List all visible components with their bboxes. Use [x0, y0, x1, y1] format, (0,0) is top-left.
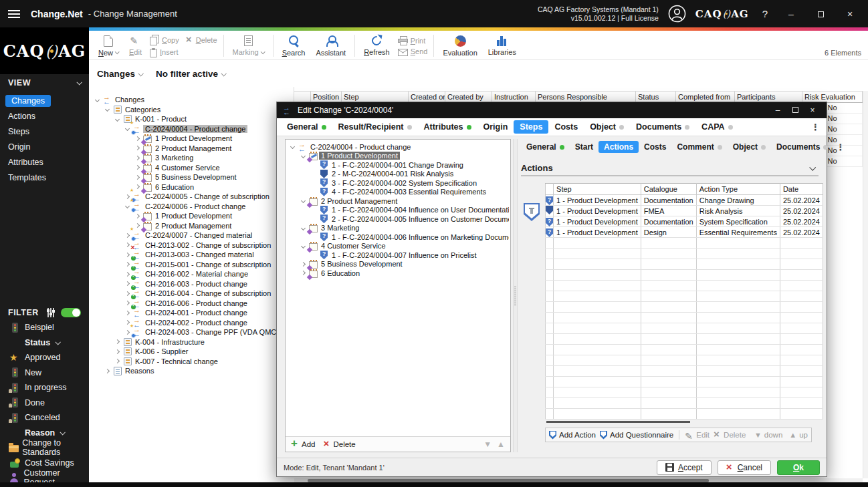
filter-selector[interactable]: No filter active — [156, 69, 225, 79]
expander-icon[interactable] — [299, 199, 308, 202]
tree-item[interactable]: Reasons — [89, 366, 294, 376]
filter-item-new[interactable]: New — [0, 365, 89, 381]
tree-item[interactable]: CH-2016-002 - Material change — [89, 269, 294, 279]
maximize-button[interactable] — [810, 9, 831, 19]
vertical-scrollbar[interactable] — [863, 91, 868, 478]
tree-item[interactable]: CH-2024-001 - Product change — [89, 308, 294, 318]
action-row[interactable]: 1 - Product DevelopmentFMEARisk Analysis… — [546, 206, 823, 216]
expander-icon[interactable] — [113, 118, 122, 121]
tree-item[interactable]: 2 Product Management — [89, 144, 294, 154]
tab-result-recipient[interactable]: Result/Recipient — [332, 120, 418, 134]
tab-costs[interactable]: Costs — [548, 120, 584, 134]
refresh-button[interactable]: Refresh — [358, 32, 395, 59]
expander-icon[interactable] — [299, 263, 308, 266]
expander-icon[interactable] — [93, 98, 102, 102]
help-button[interactable]: ? — [758, 8, 772, 19]
ok-button[interactable]: Ok — [777, 460, 820, 475]
expander-icon[interactable] — [133, 156, 142, 160]
edit-button[interactable]: Edit — [124, 32, 147, 59]
send-button[interactable]: Send — [398, 47, 428, 56]
table-horizontal-scrollbar[interactable] — [545, 420, 812, 424]
tree-item[interactable]: C-2024/0004 - Product change — [89, 124, 294, 134]
expander-icon[interactable] — [123, 301, 132, 305]
close-button[interactable]: × — [840, 9, 860, 19]
tree-item[interactable]: Changes — [89, 95, 294, 105]
tab-general[interactable]: General — [521, 141, 570, 153]
delete-button[interactable]: Delete — [186, 35, 217, 45]
tab-costs[interactable]: Costs — [639, 141, 671, 153]
new-button[interactable]: New — [93, 32, 124, 59]
sidebar-item-origin[interactable]: Origin — [0, 139, 89, 154]
column-header[interactable]: Status — [636, 92, 676, 102]
filter-item-done[interactable]: Done — [0, 395, 89, 411]
expander-icon[interactable] — [123, 311, 132, 315]
tree-item[interactable]: K-001 - Product — [89, 114, 294, 124]
assistant-button[interactable]: Assistant — [311, 32, 352, 59]
expander-icon[interactable] — [299, 154, 308, 158]
tree-item[interactable]: 1 - F-C-2024/0004-006 Influence on Marke… — [287, 232, 509, 242]
move-down-button[interactable]: ▼ down — [754, 431, 782, 439]
tree-item[interactable]: 6 Education — [89, 182, 294, 192]
tree-item[interactable]: CH-2013-003 - Changed material — [89, 250, 294, 260]
tree-item[interactable]: CH-2013-002 - Change of subscription — [89, 240, 294, 251]
expander-icon[interactable] — [133, 185, 142, 188]
delete-step-button[interactable]: Delete — [323, 440, 355, 448]
add-step-button[interactable]: Add — [291, 440, 315, 448]
expander-icon[interactable] — [133, 214, 142, 218]
tree-item[interactable]: 1 - F-C-2024/0004-004 Influence on User … — [287, 206, 509, 215]
filter-item-approved[interactable]: Approved — [0, 350, 89, 365]
copy-button[interactable]: Copy — [150, 35, 179, 45]
tab-documents[interactable]: Documents — [630, 120, 695, 134]
tree-item[interactable]: CH-2024-003 - Change PPF (VDA QMC) — [89, 327, 294, 337]
tree-item[interactable]: 6 Education — [287, 269, 509, 278]
expander-icon[interactable] — [113, 350, 122, 353]
tab-comment[interactable]: Comment — [671, 141, 727, 153]
column-header[interactable]: Catalogue — [641, 184, 696, 195]
collapse-chevron-icon[interactable] — [809, 164, 816, 170]
expander-icon[interactable] — [133, 137, 142, 140]
filter-section-header[interactable]: FILTER — [0, 304, 89, 320]
column-header[interactable]: Created on — [409, 92, 445, 102]
expander-icon[interactable] — [299, 226, 308, 230]
tree-item[interactable]: 4 Customer Service — [287, 242, 509, 251]
column-header[interactable]: Action Type — [696, 184, 780, 195]
sidebar-item-templates[interactable]: Templates — [0, 170, 89, 185]
tree-item[interactable]: 3 Marketing — [287, 224, 509, 233]
expander-icon[interactable] — [299, 271, 308, 275]
expander-icon[interactable] — [123, 292, 132, 295]
menu-icon[interactable] — [8, 9, 20, 19]
tree-item[interactable]: 3 Marketing — [89, 153, 294, 163]
filter-item-in-progress[interactable]: In progress — [0, 380, 89, 395]
expander-icon[interactable] — [123, 331, 132, 334]
user-avatar-icon[interactable] — [668, 5, 686, 23]
move-up-icon[interactable]: ▲ — [497, 440, 505, 449]
expander-icon[interactable] — [123, 282, 132, 285]
column-header[interactable] — [294, 92, 311, 102]
tree-item[interactable]: 1 - F-C-2024/0004-007 Influence on Price… — [287, 251, 509, 260]
expander-icon[interactable] — [123, 127, 132, 130]
tree-item[interactable]: 3 - F-C-2024/0004-002 System Specificati… — [287, 178, 509, 188]
edit-action-button[interactable]: Edit — [685, 431, 710, 440]
move-down-icon[interactable]: ▼ — [483, 440, 492, 449]
tree-item[interactable]: K-004 - Infrastructure — [89, 337, 294, 347]
tree-item[interactable]: 2 Product Management — [287, 196, 509, 206]
column-header[interactable]: Step — [342, 92, 409, 102]
expander-icon[interactable] — [103, 108, 112, 111]
expander-icon[interactable] — [123, 234, 132, 237]
search-button[interactable]: Search — [277, 32, 311, 59]
tree-item[interactable]: Categories — [89, 105, 294, 115]
tree-item[interactable]: 5 Business Development — [89, 172, 294, 182]
marking-button[interactable]: Marking — [227, 32, 269, 59]
action-row[interactable]: 1 - Product DevelopmentDocumentationSyst… — [546, 216, 823, 227]
expander-icon[interactable] — [123, 204, 132, 208]
tab-attributes[interactable]: Attributes — [418, 120, 477, 134]
tree-item[interactable]: K-006 - Supplier — [89, 347, 294, 357]
tree-item[interactable]: CH-2016-003 - Product change — [89, 279, 294, 289]
column-header[interactable] — [546, 184, 554, 195]
filter-item-canceled[interactable]: Canceled — [0, 410, 89, 426]
expander-icon[interactable] — [103, 369, 112, 373]
tab-origin[interactable]: Origin — [477, 120, 514, 134]
sidebar-item-steps[interactable]: Steps — [0, 124, 89, 139]
tab-documents[interactable]: Documents — [771, 141, 833, 153]
tab-steps[interactable]: Steps — [514, 120, 548, 134]
